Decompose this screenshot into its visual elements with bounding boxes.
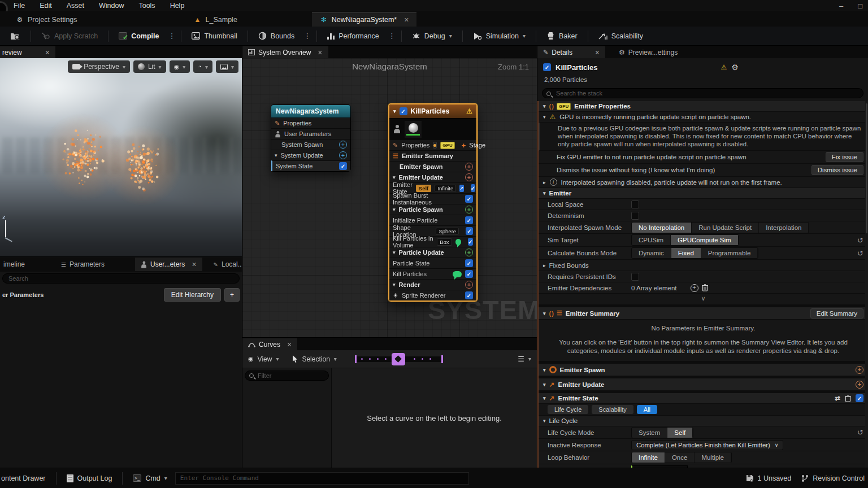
chevron-down-icon[interactable]: ▾ <box>543 114 546 120</box>
unsaved-button[interactable]: 1 Unsaved <box>746 474 792 482</box>
tab-scalability[interactable]: Scalability <box>592 405 633 414</box>
timeline-playhead[interactable] <box>392 353 405 365</box>
fix-issue-button[interactable]: Fix issue <box>826 152 863 162</box>
menu-tools[interactable]: Tools <box>138 2 155 10</box>
option-system[interactable]: System <box>632 428 667 438</box>
system-node[interactable]: NewNiagaraSystem ✎ Properties User Param… <box>271 104 351 172</box>
chevron-down-icon[interactable]: ▾ <box>393 175 396 180</box>
add-module-icon[interactable]: + <box>465 173 473 181</box>
option-gpucompute-sim[interactable]: GPUCompute Sim <box>671 235 739 245</box>
tab-timeline[interactable]: imeline <box>0 258 31 271</box>
stack-search-input[interactable] <box>542 88 863 98</box>
expand-advanced-row[interactable]: ∨ <box>539 294 868 305</box>
chevron-down-icon[interactable]: ▾ <box>393 108 396 114</box>
emitter-spawn-group[interactable]: Emitter Spawn + <box>389 161 476 172</box>
parameters-search-input[interactable] <box>2 273 240 284</box>
node-graph[interactable]: NewNiagaraSystem Zoom 1:1 SYSTEM NewNiag… <box>242 58 537 338</box>
chevron-down-icon[interactable]: ▾ <box>393 250 396 255</box>
emitter-properties-row[interactable]: ✎ Properties GPU + Stage <box>389 140 476 150</box>
selection-dropdown[interactable]: Selection ▾ <box>292 355 336 363</box>
checkbox-checked-icon[interactable]: ✓ <box>468 238 473 246</box>
thumbnail-button[interactable]: Thumbnail <box>186 29 242 43</box>
reset-icon[interactable]: ↺ <box>857 236 863 245</box>
chevron-right-icon[interactable]: ▸ <box>543 263 546 268</box>
curve-editor-area[interactable]: Select a curve on the left to begin edit… <box>332 368 537 468</box>
sprite-renderer-module[interactable]: ☀ Sprite Renderer ✓ <box>389 290 476 300</box>
chevron-down-icon[interactable]: ▾ <box>543 382 546 387</box>
minimize-icon[interactable]: – <box>839 2 843 10</box>
system-spawn-row[interactable]: System Spawn + <box>271 139 350 150</box>
emitter-enabled-checkbox[interactable]: ✓ <box>400 107 407 115</box>
checkbox-checked-icon[interactable]: ✓ <box>339 162 347 170</box>
checkbox-checked-icon[interactable]: ✓ <box>465 195 473 203</box>
menu-file[interactable]: File <box>14 2 25 10</box>
warning-icon[interactable]: ⚠ <box>721 63 727 71</box>
add-module-icon[interactable]: + <box>856 381 863 389</box>
dismiss-issue-button[interactable]: Dismiss issue <box>811 165 863 175</box>
add-stage-icon[interactable]: + <box>462 141 466 150</box>
perspective-dropdown[interactable]: Perspective ▾ <box>68 60 130 73</box>
tab-preview[interactable]: review × <box>0 46 55 58</box>
emitter-enabled-checkbox[interactable]: ✓ <box>543 63 551 71</box>
content-drawer-button[interactable]: ontent Drawer <box>1 474 46 482</box>
stage-label[interactable]: Stage <box>469 142 485 149</box>
chevron-down-icon[interactable]: ▾ <box>543 103 546 109</box>
simulation-button[interactable]: Simulation ▾ <box>467 29 531 43</box>
option-dynamic[interactable]: Dynamic <box>632 248 671 258</box>
system-node-header[interactable]: NewNiagaraSystem <box>271 105 350 117</box>
kill-particles-volume-module[interactable]: Kill Particles in Volume Box ✓ <box>389 236 476 247</box>
debug-button[interactable]: Debug ▾ <box>406 29 458 43</box>
show-flags-dropdown[interactable]: ◉ ▾ <box>170 60 190 73</box>
gpu-warning-row[interactable]: ▾ ⚠ GPU is incorrectly running particle … <box>539 112 868 123</box>
add-element-icon[interactable]: + <box>691 284 698 292</box>
close-icon[interactable]: × <box>192 260 196 269</box>
details-scrollbar[interactable] <box>865 101 868 468</box>
output-log-button[interactable]: Output Log <box>67 474 112 482</box>
kill-particles-module[interactable]: Kill Particles ✓ <box>389 268 476 279</box>
menu-window[interactable]: Window <box>99 2 124 10</box>
performance-options-icon[interactable]: ⋮ <box>387 32 397 40</box>
edit-hierarchy-button[interactable]: Edit Hierarchy <box>164 288 221 302</box>
spawn-burst-module[interactable]: Spawn Burst Instantaneous ✓ <box>389 193 476 204</box>
option-infinite[interactable]: Infinite <box>632 452 665 463</box>
add-renderer-icon[interactable]: + <box>465 281 473 289</box>
module-enabled-checkbox[interactable]: ✓ <box>856 394 863 402</box>
screenshot-dropdown[interactable]: ▾ <box>216 60 238 73</box>
system-update-row[interactable]: ▾ System Update + <box>271 150 350 160</box>
add-module-icon[interactable]: + <box>465 249 473 256</box>
tab-user-parameters[interactable]: User...eters × <box>135 258 202 271</box>
emitter-state-header[interactable]: ▾ ↗ Emitter State ⇄ ✓ <box>539 393 868 404</box>
compile-options-icon[interactable]: ⋮ <box>167 32 176 40</box>
option-once[interactable]: Once <box>665 452 695 463</box>
chevron-down-icon[interactable]: ▾ <box>543 418 546 424</box>
add-module-icon[interactable]: + <box>465 206 473 213</box>
determinism-checkbox[interactable] <box>631 212 639 220</box>
view-performance-dropdown[interactable]: ◔ ▾ <box>193 60 212 73</box>
checkbox-checked-icon[interactable]: ✓ <box>471 184 475 192</box>
bounds-button[interactable]: Bounds <box>253 29 300 43</box>
chevron-right-icon[interactable]: ▸ <box>543 180 546 185</box>
chevron-down-icon[interactable]: ▾ <box>543 311 546 316</box>
option-self[interactable]: Self <box>667 428 693 438</box>
chevron-down-icon[interactable]: ▾ <box>543 190 546 196</box>
trash-icon[interactable] <box>845 395 851 402</box>
chevron-down-icon[interactable]: ▾ <box>393 207 396 212</box>
apply-scratch-button[interactable]: Apply Scratch <box>36 29 103 43</box>
system-state-row[interactable]: System State ✓ <box>271 160 350 171</box>
tab-parameters[interactable]: ☰ Parameters <box>55 258 110 271</box>
user-parameters-row[interactable]: User Parameters <box>271 128 350 139</box>
option-no-interpolation[interactable]: No Interpolation <box>632 223 692 233</box>
emitter-preview-thumbnail[interactable] <box>405 121 422 138</box>
revision-control-button[interactable]: Revision Control <box>801 474 865 482</box>
maximize-icon[interactable]: □ <box>858 2 862 10</box>
performance-button[interactable]: Performance <box>322 29 385 43</box>
close-icon[interactable]: × <box>287 340 292 349</box>
checkbox-checked-icon[interactable]: ✓ <box>465 259 473 267</box>
comment-bubble-icon[interactable] <box>453 271 462 277</box>
local-space-checkbox[interactable] <box>631 201 639 208</box>
checkbox-checked-icon[interactable]: ✓ <box>465 270 473 278</box>
option-cpusim[interactable]: CPUSim <box>632 235 671 245</box>
3d-viewport[interactable]: Perspective ▾ Lit ▾ ◉ ▾ ◔ ▾ <box>0 58 242 257</box>
add-module-icon[interactable]: + <box>465 163 473 171</box>
compile-button[interactable]: ✓ Compile <box>113 29 164 43</box>
